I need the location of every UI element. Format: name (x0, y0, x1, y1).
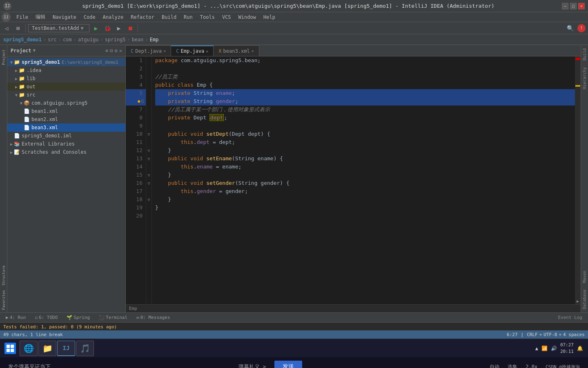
bottom-tab-spring[interactable]: 🌱 Spring (62, 314, 94, 321)
tree-bean2[interactable]: 📄 bean2.xml (7, 115, 125, 123)
breadcrumb-com[interactable]: com (63, 37, 72, 43)
notifications-icon[interactable]: ! (577, 24, 586, 32)
tree-scratches[interactable]: ▶ 📝 Scratches and Consoles (7, 148, 125, 156)
fold-icon-10[interactable]: ▽ (147, 132, 150, 137)
menu-file[interactable]: File (13, 13, 31, 21)
menu-edit[interactable]: 编辑 (32, 13, 49, 21)
menu-window[interactable]: Window (235, 13, 259, 21)
run-button[interactable]: ▶ (91, 23, 101, 33)
menu-refactor[interactable]: Refactor (127, 13, 158, 21)
right-sidebar-build[interactable]: Build (581, 45, 588, 64)
run-with-coverage-button[interactable]: ▶ (114, 23, 124, 33)
code-line-4: public class Emp { (155, 81, 575, 89)
breadcrumb-atguigu[interactable]: atguigu (78, 37, 99, 43)
tray-notif-icon[interactable]: 🔔 (577, 346, 583, 351)
title-bar: IJ spring5_demo1 [E:\work\spring5_demo1]… (0, 0, 588, 12)
tray-network-icon: 📶 (541, 346, 548, 351)
bottom-tab-todo[interactable]: ☑ 6: TODO (31, 314, 62, 321)
stop-button[interactable]: ⏹ (125, 23, 135, 33)
tab-dept-java[interactable]: C Dept.java ✕ (126, 45, 171, 56)
bottom-tab-messages[interactable]: ✉ 0: Messages (132, 314, 174, 321)
menu-analyze[interactable]: Analyze (100, 13, 127, 21)
run-configuration[interactable]: TestBean.testAdd ▼ (28, 24, 89, 32)
fold-icon-13[interactable]: ▽ (147, 157, 150, 161)
settings-icon[interactable]: ⚙ (115, 48, 118, 54)
minimize-button[interactable]: — (562, 3, 568, 9)
code-line-17: this.gender = gender; (155, 187, 575, 195)
close-panel-icon[interactable]: ✕ (119, 48, 122, 54)
tree-src[interactable]: ▼ 📁 src (7, 91, 125, 99)
fold-icon-15[interactable]: ▽ (147, 173, 150, 177)
event-log-button[interactable]: Event Log (554, 314, 586, 321)
taskbar-intellij-icon[interactable]: IJ (57, 341, 75, 356)
code-line-20 (155, 212, 575, 220)
collapse-all-icon[interactable]: ⊟ (110, 48, 113, 54)
app-icon: IJ (3, 2, 11, 10)
tree-root[interactable]: ▼ 📁 spring5_demo1 E:\work\spring5_demo1 (7, 58, 125, 66)
recent-files-button[interactable]: ⊞ (13, 23, 23, 33)
menu-build[interactable]: Build (158, 13, 180, 21)
right-sidebar-database[interactable]: Database (581, 286, 588, 312)
tree-bean1[interactable]: 📄 bean1.xml (7, 107, 125, 115)
search-everywhere-button[interactable]: 🔍 (565, 23, 575, 33)
structure-panel-toggle[interactable]: Structure (0, 263, 7, 288)
run-config-label: TestBean.testAdd (32, 25, 79, 31)
tree-iml[interactable]: 📄 spring5_demo1.iml (7, 132, 125, 140)
taskbar-clock: 07:27 20:11 (560, 342, 574, 355)
breadcrumb-project[interactable]: spring5_demo1 (3, 37, 42, 43)
tab-close-bean3[interactable]: ✕ (252, 49, 254, 53)
tree-out[interactable]: ▶ 📁 out (7, 83, 125, 91)
taskbar-media-icon[interactable]: 🎵 (76, 341, 94, 356)
scroll-arrow[interactable]: ▶ (575, 298, 580, 303)
code-line-19: } (155, 204, 575, 212)
tab-emp-java[interactable]: C Emp.java ✕ (171, 45, 214, 56)
taskbar-browser-icon[interactable]: 🌐 (20, 341, 38, 356)
windows-taskbar: 🌐 📁 IJ 🎵 ▲ 📶 🔊 07:27 20:11 🔔 (0, 339, 588, 357)
debug-button[interactable]: 🐞 (102, 23, 112, 33)
panel-dropdown-icon[interactable]: ▼ (33, 48, 36, 53)
spring-tab-icon: 🌱 (67, 315, 72, 320)
bottom-tab-terminal[interactable]: ⬛ Terminal (95, 314, 131, 321)
favorites-panel-toggle[interactable]: Favorites (0, 288, 7, 312)
start-button[interactable] (2, 341, 19, 356)
tree-label-ext-libs: External Libraries (22, 141, 75, 147)
back-button[interactable]: ◁ (2, 23, 11, 33)
menu-vcs[interactable]: VCS (219, 13, 234, 21)
tab-close-dept[interactable]: ✕ (163, 49, 166, 53)
code-area[interactable]: 1 2 3 4 5 ● 6 7 8 9 10 11 12 13 14 15 16… (126, 56, 581, 304)
fold-icon-16[interactable]: ▽ (147, 181, 150, 186)
menu-help[interactable]: Help (260, 13, 278, 21)
bottom-tab-run[interactable]: ▶ 4: Run (2, 314, 30, 321)
right-sidebar-maven[interactable]: Maven (581, 267, 588, 286)
scratches-icon: 📝 (14, 149, 20, 155)
project-panel-toggle[interactable]: Project (0, 45, 7, 70)
tab-close-emp[interactable]: ✕ (206, 49, 208, 54)
fold-icon-12[interactable]: ▽ (147, 148, 150, 153)
menu-code[interactable]: Code (80, 13, 99, 21)
breadcrumb-spring5[interactable]: spring5 (105, 37, 126, 43)
breadcrumb-emp[interactable]: Emp (150, 37, 159, 43)
menu-run[interactable]: Run (180, 13, 196, 21)
svg-rect-2 (7, 349, 10, 352)
tree-external-libs[interactable]: ▶ 📚 External Libraries (7, 140, 125, 148)
breadcrumb-src[interactable]: src (48, 37, 57, 43)
code-content[interactable]: package com.atguigu.spring5.bean; //员工类 … (152, 56, 575, 304)
tree-bean3[interactable]: 📄 bean3.xml (7, 123, 125, 132)
tab-icon-bean3: X (218, 48, 221, 54)
tree-package[interactable]: ▼ 📦 com.atguigu.spring5 (7, 99, 125, 107)
menu-navigate[interactable]: Navigate (49, 13, 80, 21)
ime-send-button[interactable]: 发送 (274, 361, 302, 368)
menu-bar: IJ File 编辑 Navigate Code Analyze Refacto… (0, 12, 588, 22)
locate-in-tree-icon[interactable]: ⊕ (105, 48, 108, 54)
tree-idea[interactable]: ▶ 📁 .idea (7, 66, 125, 74)
right-sidebar-hierarchy[interactable]: Hierarchy (581, 64, 588, 92)
taskbar-explorer-icon[interactable]: 📁 (38, 341, 56, 356)
fold-icon-18[interactable]: ▽ (147, 197, 150, 202)
window-controls[interactable]: — □ ✕ (562, 3, 585, 9)
tab-bean3-xml[interactable]: X bean3.xml ✕ (214, 45, 259, 56)
menu-tools[interactable]: Tools (197, 13, 218, 21)
breadcrumb-bean[interactable]: bean (132, 37, 144, 43)
tree-lib[interactable]: ▶ 📁 lib (7, 74, 125, 83)
close-button[interactable]: ✕ (578, 3, 585, 9)
maximize-button[interactable]: □ (570, 3, 577, 9)
